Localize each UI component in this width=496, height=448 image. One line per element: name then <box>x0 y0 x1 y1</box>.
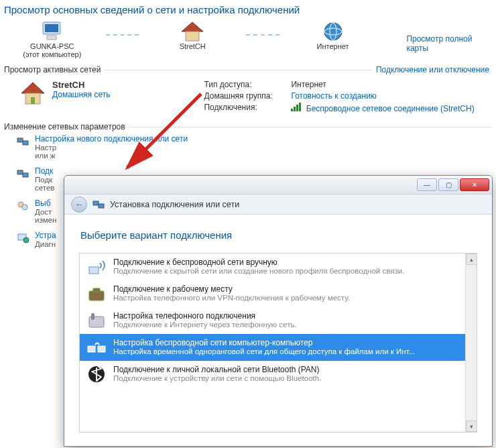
connection-link[interactable]: Беспроводное сетевое соединение (StretCH… <box>291 103 474 113</box>
scroll-down-button[interactable]: ▾ <box>466 421 477 432</box>
svg-marker-3 <box>182 22 203 32</box>
map-node-label: StretCH <box>180 42 206 50</box>
wifi-manual-icon <box>86 258 107 276</box>
svg-rect-25 <box>93 288 100 292</box>
svg-rect-10 <box>31 97 35 104</box>
network-map: GUNKA-PSC (этот компьютер) StretCH Интер… <box>12 19 496 58</box>
item-desc: сетев <box>35 184 54 192</box>
option-desc: Настройка временной одноранговой сети дл… <box>113 347 415 355</box>
back-button[interactable]: ← <box>71 197 87 213</box>
globe-icon <box>320 19 347 42</box>
phone-dialup-icon <box>86 311 107 330</box>
connect-disconnect-link[interactable]: Подключение или отключение <box>376 65 489 74</box>
svg-rect-12 <box>23 141 28 145</box>
active-network-block: StretCH Домашняя сеть Тип доступа: Интер… <box>19 80 496 115</box>
active-network-name: StretCH <box>52 80 110 90</box>
svg-point-18 <box>23 237 29 243</box>
section-label-text: Изменение сетевых параметров <box>4 122 125 131</box>
options-scrollbar[interactable]: ▴ ▾ <box>465 254 477 432</box>
troubleshoot-icon <box>16 231 29 244</box>
troubleshoot-link[interactable]: Устра <box>35 231 56 240</box>
section-active-networks: Просмотр активных сетей Подключение или … <box>4 65 496 74</box>
connect-icon <box>16 166 29 180</box>
computer-icon <box>39 19 66 42</box>
connections-label: Подключения: <box>204 103 291 113</box>
arrow-left-icon: ← <box>75 200 84 209</box>
option-manual-wifi[interactable]: Подключение к беспроводной сети вручную … <box>80 254 477 280</box>
maximize-button[interactable]: ▢ <box>438 178 458 191</box>
section-rule <box>129 127 492 127</box>
page-title: Просмотр основных сведений о сети и наст… <box>4 4 496 15</box>
minimize-button[interactable]: — <box>417 178 437 191</box>
adhoc-wifi-icon <box>86 338 107 357</box>
wizard-subbar-title: Установка подключения или сети <box>110 200 239 209</box>
section-rule <box>105 70 372 70</box>
svg-rect-27 <box>91 313 95 320</box>
option-title: Настройка беспроводной сети компьютер-ко… <box>113 338 415 347</box>
connection-name: Беспроводное сетевое соединение (StretCH… <box>306 104 475 113</box>
signal-icon <box>291 103 301 111</box>
map-node-sublabel: (этот компьютер) <box>23 50 81 58</box>
wizard-window: — ▢ ✕ ← Установка подключения или сети В… <box>64 175 493 447</box>
svg-rect-2 <box>47 36 56 40</box>
access-type-label: Тип доступа: <box>204 80 291 89</box>
svg-rect-23 <box>89 267 99 274</box>
svg-rect-24 <box>89 291 104 300</box>
setup-new-connection-item[interactable]: Настройка нового подключения или сети На… <box>16 134 496 160</box>
wizard-titlebar[interactable]: — ▢ ✕ <box>64 176 492 194</box>
option-title: Настройка телефонного подключения <box>113 311 297 321</box>
item-desc: Настр <box>35 144 188 152</box>
svg-rect-21 <box>93 201 99 205</box>
svg-rect-14 <box>23 173 28 177</box>
map-node-label: GUNKA-PSC <box>30 42 74 50</box>
map-node-this-pc[interactable]: GUNKA-PSC (этот компьютер) <box>12 19 92 58</box>
svg-rect-28 <box>88 346 95 352</box>
option-bluetooth-pan[interactable]: Подключение к личной локальной сети Blue… <box>80 361 477 388</box>
option-dialup[interactable]: Настройка телефонного подключения Подклю… <box>80 307 477 334</box>
map-connector <box>246 34 280 36</box>
item-desc: измен <box>35 216 56 224</box>
choose-link[interactable]: Выб <box>35 199 56 208</box>
option-desc: Подключение к Интернету через телефонную… <box>113 321 297 329</box>
wizard-subbar: ← Установка подключения или сети <box>64 194 492 215</box>
map-node-label: Интернет <box>317 42 349 50</box>
option-title: Подключение к беспроводной сети вручную <box>113 258 404 267</box>
section-change-params: Изменение сетевых параметров <box>4 122 496 131</box>
map-node-internet[interactable]: Интернет <box>293 19 373 50</box>
option-title: Подключение к рабочему месту <box>113 284 350 294</box>
item-desc: или ж <box>35 152 188 160</box>
option-desc: Настройка телефонного или VPN-подключени… <box>113 294 350 302</box>
item-desc: Дост <box>35 208 56 216</box>
connection-options-list: Подключение к беспроводной сети вручную … <box>79 253 477 433</box>
option-desc: Подключение к устройству или сети с помо… <box>113 374 321 382</box>
connect-link[interactable]: Подк <box>35 166 54 176</box>
svg-rect-11 <box>17 138 23 142</box>
access-type-value: Интернет <box>291 80 326 89</box>
homegroup-icon <box>16 199 29 212</box>
bluetooth-icon <box>86 365 107 384</box>
svg-rect-4 <box>186 32 199 41</box>
wizard-heading: Выберите вариант подключения <box>80 229 477 241</box>
svg-rect-29 <box>98 346 105 352</box>
svg-point-16 <box>22 205 27 210</box>
close-button[interactable]: ✕ <box>460 178 489 191</box>
house-icon <box>19 80 47 115</box>
scroll-up-button[interactable]: ▴ <box>466 254 477 265</box>
full-map-link[interactable]: Просмотр полной карты <box>406 34 496 53</box>
option-desc: Подключение к скрытой сети или создание … <box>113 267 404 275</box>
item-desc: Подк <box>35 176 54 184</box>
setup-new-connection-link[interactable]: Настройка нового подключения или сети <box>35 134 188 144</box>
wizard-icon <box>92 199 105 211</box>
map-connector <box>106 34 139 36</box>
homegroup-label: Домашняя группа: <box>204 91 291 101</box>
network-setup-icon <box>16 134 29 148</box>
network-type-link[interactable]: Домашняя сеть <box>52 90 110 99</box>
house-icon <box>179 19 206 42</box>
option-workplace[interactable]: Подключение к рабочему месту Настройка т… <box>80 280 477 307</box>
svg-marker-8 <box>21 82 44 93</box>
item-desc: Диагн <box>35 240 56 248</box>
option-adhoc-wifi[interactable]: Настройка беспроводной сети компьютер-ко… <box>80 334 477 361</box>
svg-point-5 <box>324 23 342 40</box>
map-node-router[interactable]: StretCH <box>152 19 233 50</box>
homegroup-link[interactable]: Готовность к созданию <box>291 91 376 101</box>
